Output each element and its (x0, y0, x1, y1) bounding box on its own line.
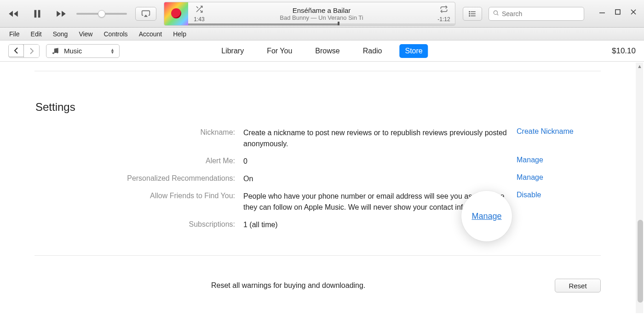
svg-point-8 (494, 11, 497, 14)
svg-point-6 (469, 13, 470, 14)
search-field[interactable] (489, 7, 584, 21)
tab-store[interactable]: Store (399, 44, 428, 58)
divider (34, 71, 601, 71)
nav-history (8, 44, 40, 58)
menu-file[interactable]: File (5, 29, 24, 39)
link-create-nickname[interactable]: Create Nickname (517, 127, 574, 135)
music-note-icon (51, 47, 59, 55)
nav-bar: Music ▲▼ Library For You Browse Radio St… (0, 40, 644, 62)
repeat-icon[interactable] (439, 5, 448, 15)
highlight-manage-subscriptions: Manage (461, 191, 512, 241)
search-icon (493, 10, 499, 18)
previous-button[interactable] (6, 7, 20, 21)
settings-grid: Nickname: Create a nickname to post new … (2, 127, 633, 230)
up-next-button[interactable] (463, 7, 482, 21)
label-recs: Personalized Recommendations: (34, 173, 235, 184)
track-subtitle: Bad Bunny — Un Verano Sin Ti (280, 14, 363, 21)
shuffle-and-elapsed: 1:43 (188, 2, 210, 25)
reset-button[interactable]: Reset (555, 279, 601, 292)
track-title: Enséñame a Bailar (293, 6, 351, 14)
minimize-button[interactable] (598, 8, 606, 16)
svg-line-9 (497, 14, 499, 15)
page-title: Settings (35, 101, 633, 114)
scrollbar-thumb[interactable] (638, 220, 643, 303)
stepper-icon: ▲▼ (110, 48, 115, 54)
back-button[interactable] (8, 44, 24, 57)
window-controls (598, 8, 638, 16)
label-alert: Alert Me: (34, 156, 235, 167)
label-subs: Subscriptions: (34, 219, 235, 230)
menu-edit[interactable]: Edit (26, 29, 46, 39)
time-elapsed: 1:43 (194, 16, 204, 23)
value-recs: On (243, 173, 508, 184)
svg-point-7 (469, 15, 470, 16)
link-manage-subscriptions[interactable]: Manage (472, 212, 501, 221)
reset-warnings-text: Reset all warnings for buying and downlo… (211, 281, 536, 290)
scroll-up-icon[interactable]: ▲ (637, 63, 642, 69)
tab-library[interactable]: Library (216, 44, 249, 58)
close-button[interactable] (629, 8, 638, 16)
menu-song[interactable]: Song (48, 29, 73, 39)
menu-view[interactable]: View (74, 29, 97, 39)
pause-button[interactable] (30, 7, 44, 21)
airplay-button[interactable] (135, 7, 156, 21)
repeat-and-remaining: -1:12 (433, 2, 455, 25)
svg-point-5 (469, 11, 470, 12)
menu-bar: File Edit Song View Controls Account Hel… (0, 28, 644, 40)
shuffle-icon[interactable] (195, 5, 204, 15)
svg-rect-11 (615, 10, 620, 14)
value-alert: 0 (243, 156, 508, 167)
menu-controls[interactable]: Controls (99, 29, 132, 39)
transport-controls (6, 7, 68, 21)
maximize-button[interactable] (614, 8, 622, 16)
album-art[interactable] (164, 2, 188, 26)
value-nickname: Create a nickname to post new reviews or… (243, 127, 508, 149)
menu-account[interactable]: Account (134, 29, 167, 39)
tab-browse[interactable]: Browse (310, 44, 345, 58)
time-remaining: -1:12 (437, 16, 450, 23)
search-input[interactable] (502, 10, 580, 17)
menu-help[interactable]: Help (168, 29, 191, 39)
link-manage-recs[interactable]: Manage (517, 173, 543, 181)
progress-bar[interactable] (188, 23, 455, 25)
link-manage-alert[interactable]: Manage (517, 156, 543, 164)
volume-slider[interactable] (76, 13, 127, 15)
tab-radio[interactable]: Radio (357, 44, 388, 58)
svg-point-15 (57, 52, 58, 53)
link-disable-friends[interactable]: Disable (517, 191, 541, 199)
next-button[interactable] (54, 7, 68, 21)
player-bar: 1:43 Enséñame a Bailar Bad Bunny — Un Ve… (0, 0, 644, 28)
svg-rect-0 (34, 10, 37, 17)
svg-rect-1 (38, 10, 40, 17)
label-friends: Allow Friends to Find You: (34, 191, 235, 213)
nav-tabs: Library For You Browse Radio Store (216, 44, 428, 58)
now-playing-lcd: 1:43 Enséñame a Bailar Bad Bunny — Un Ve… (164, 2, 455, 26)
svg-point-14 (52, 52, 54, 54)
account-balance[interactable]: $10.10 (612, 46, 636, 56)
media-picker[interactable]: Music ▲▼ (46, 44, 120, 58)
forward-button[interactable] (23, 45, 39, 57)
tab-for-you[interactable]: For You (261, 44, 298, 58)
media-picker-label: Music (64, 47, 106, 55)
label-nickname: Nickname: (34, 127, 235, 149)
right-controls (463, 7, 639, 21)
content: Settings Nickname: Create a nickname to … (2, 62, 633, 313)
reset-row: Reset all warnings for buying and downlo… (2, 256, 633, 292)
